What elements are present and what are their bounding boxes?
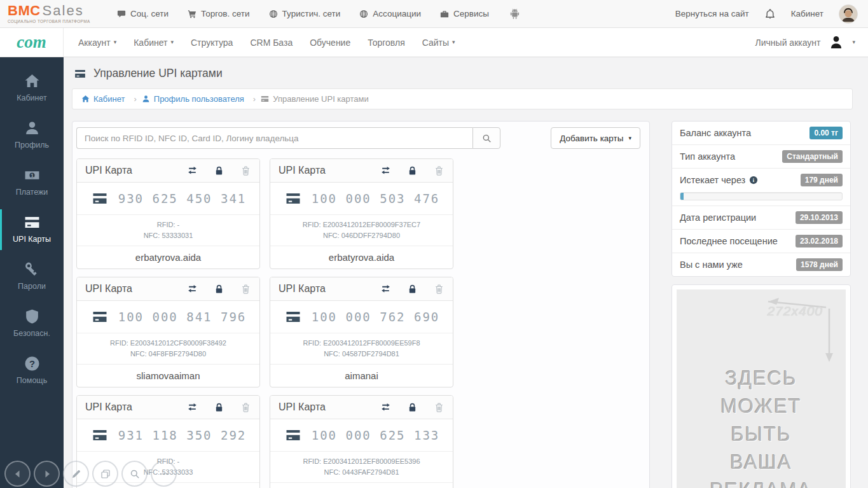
transfer-icon[interactable] (380, 165, 391, 176)
credit-card-icon (284, 191, 303, 206)
lock-icon[interactable] (214, 284, 224, 295)
credit-card-icon (90, 191, 109, 206)
transfer-icon[interactable] (187, 402, 198, 413)
nfc-value: 0443FAF2794D81 (342, 468, 399, 476)
sidebar-item[interactable]: UPI Карты (0, 206, 64, 253)
card-icon (23, 214, 41, 230)
grid-icon[interactable] (92, 461, 118, 487)
navbar-item[interactable]: Сайты ▾ (422, 38, 455, 48)
transfer-icon[interactable] (380, 402, 391, 413)
topbar-nav-item[interactable]: Сервисы (440, 9, 489, 18)
bmc-sales-logo[interactable]: BMCSales СОЦИАЛЬНО ТОРГОВАЯ ПЛАТФОРМА (8, 4, 102, 24)
globe-icon (359, 10, 368, 18)
right-column: Баланс аккаунта 0.00 тг Тип аккаунта (672, 121, 851, 488)
account-row: Тип аккаунта Стандартный (672, 145, 850, 169)
upi-card: UPI Карта 100 000 625 133 (270, 395, 453, 488)
breadcrumb-item[interactable]: Кабинет (81, 94, 142, 104)
ad-placeholder: 272x400 ЗДЕСЬ МОЖЕТ БЫТЬ ВАША РЕКЛАМА (677, 289, 846, 488)
back-to-site-link[interactable]: Вернуться на сайт (675, 9, 749, 18)
upi-cards-grid: UPI Карта 930 625 450 341 (76, 158, 646, 488)
card-ids: RFID: E2003412012EF80009F37EC7 NFC: 046D… (270, 215, 453, 246)
navbar-item[interactable]: Торговля (368, 38, 404, 48)
navbar-item-label: Кабинет (134, 38, 167, 48)
dots-icon[interactable] (151, 461, 177, 487)
lock-icon[interactable] (214, 402, 224, 413)
card-owner: aimanai (270, 365, 453, 387)
breadcrumb: Кабинет Профиль пользователя Управление … (72, 88, 853, 109)
topbar-nav-item[interactable]: Торгов. сети (188, 9, 250, 18)
search-icon (482, 134, 492, 143)
main-nav-items: Аккаунт ▾ Кабинет ▾ Структура CRM База О… (64, 28, 455, 57)
navbar-item-label: Аккаунт (78, 38, 111, 48)
lock-icon[interactable] (214, 165, 224, 176)
caret-down-icon[interactable]: ▾ (852, 39, 855, 45)
transfer-icon[interactable] (380, 284, 391, 295)
account-type-label: Личный аккаунт (755, 38, 821, 48)
topbar-right: Вернуться на сайт Кабинет (675, 4, 858, 24)
card-number: 100 000 762 690 (312, 310, 440, 324)
page-title: Управление UPI картами (73, 67, 853, 80)
upi-card: UPI Карта 100 000 762 690 (270, 277, 453, 387)
navbar-item-label: CRM База (250, 38, 293, 48)
money-icon (23, 167, 41, 183)
lock-icon[interactable] (407, 402, 418, 413)
user-icon (142, 95, 150, 103)
sidebar-item[interactable]: Помощь (0, 347, 64, 394)
search-input[interactable] (76, 127, 472, 149)
account-row-label: Дата регистрации (680, 213, 756, 223)
bell-icon[interactable] (764, 8, 776, 20)
navbar-item[interactable]: Обучение (310, 38, 350, 48)
navbar-item[interactable]: CRM База (250, 38, 293, 48)
transfer-icon[interactable] (187, 284, 198, 295)
person-icon[interactable] (829, 35, 844, 50)
topbar-nav-item[interactable]: Соц. сети (117, 9, 169, 18)
magnify-icon[interactable] (121, 461, 148, 487)
logo-sales: Sales (43, 3, 84, 18)
trash-icon[interactable] (434, 165, 444, 176)
navbar-item[interactable]: Кабинет ▾ (134, 38, 174, 48)
pencil-icon[interactable] (63, 461, 89, 487)
value-badge: 23.02.2018 (796, 235, 843, 247)
sidebar-item[interactable]: Кабинет (0, 65, 64, 112)
home-icon (23, 73, 41, 89)
search-button[interactable] (472, 127, 500, 149)
navbar-item[interactable]: Структура (191, 38, 233, 48)
sidebar-item[interactable]: Пароли (0, 253, 64, 300)
trash-icon[interactable] (240, 165, 251, 176)
card-owner: erbatyrova.aida (270, 246, 453, 268)
sidebar-item[interactable]: Безопасн. (0, 300, 64, 347)
lock-icon[interactable] (407, 165, 418, 176)
account-row-label: Последнее посещение (680, 236, 778, 246)
user-icon (23, 120, 41, 136)
transfer-icon[interactable] (187, 165, 198, 176)
trash-icon[interactable] (434, 284, 444, 295)
cabinet-link[interactable]: Кабинет (791, 9, 823, 18)
upi-card: UPI Карта 100 000 503 476 (270, 158, 453, 269)
info-icon[interactable] (749, 176, 758, 185)
lock-icon[interactable] (407, 284, 418, 295)
android-icon[interactable] (509, 8, 520, 20)
sidebar-item[interactable]: Профиль (0, 112, 64, 159)
navbar-item[interactable]: Аккаунт ▾ (78, 38, 116, 48)
topbar-nav-item[interactable]: Ассоциации (359, 9, 421, 18)
account-row: Баланс аккаунта 0.00 тг (672, 122, 850, 145)
rfid-value: E2003412012FF80009EE59F8 (323, 339, 420, 347)
trash-icon[interactable] (240, 402, 251, 413)
sidebar-item[interactable]: Платежи (0, 159, 64, 206)
com-logo[interactable]: com (0, 28, 64, 57)
sidebar: Кабинет Профиль Платежи UPI Карты Пароли… (0, 57, 64, 488)
prev-icon[interactable] (4, 461, 31, 487)
breadcrumb-item[interactable]: Управление UPI картами (261, 94, 369, 104)
ad-panel: 272x400 ЗДЕСЬ МОЖЕТ БЫТЬ ВАША РЕКЛАМА (672, 284, 851, 488)
next-icon[interactable] (34, 461, 60, 487)
sidebar-item-label: Помощь (17, 376, 47, 385)
add-cards-button[interactable]: Добавить карты ▾ (551, 127, 640, 149)
trash-icon[interactable] (240, 284, 251, 295)
topbar-nav-item[interactable]: Туристич. сети (269, 9, 341, 18)
expiry-progress-bar (680, 192, 843, 200)
caret-down-icon: ▾ (452, 39, 455, 45)
trash-icon[interactable] (434, 402, 444, 413)
breadcrumb-item[interactable]: Профиль пользователя (142, 94, 261, 104)
upi-card-title: UPI Карта (279, 283, 326, 295)
avatar[interactable] (839, 4, 858, 24)
